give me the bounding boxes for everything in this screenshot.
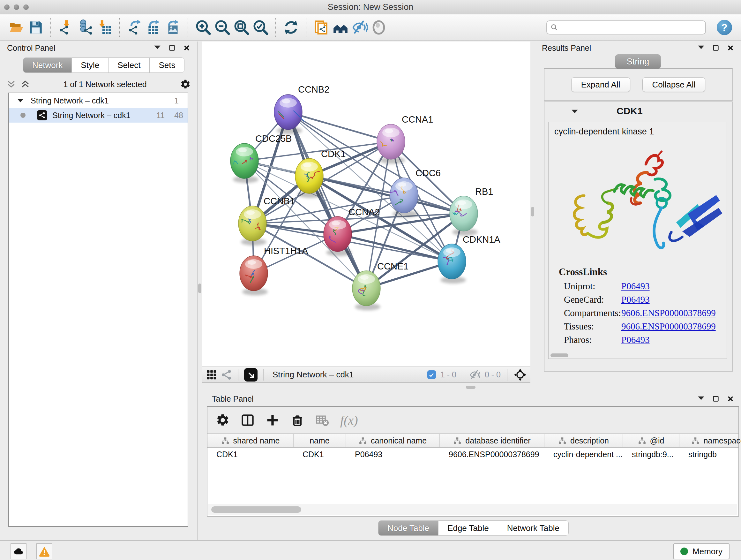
string-home-button[interactable] bbox=[331, 18, 350, 37]
node-CCNE1[interactable] bbox=[352, 271, 381, 310]
node-CCNB1[interactable] bbox=[239, 206, 266, 246]
tab-select[interactable]: Select bbox=[109, 57, 150, 73]
crosslink-link[interactable]: P06493 bbox=[621, 294, 650, 305]
tab-network-table[interactable]: Network Table bbox=[498, 520, 569, 536]
grid-icon[interactable] bbox=[206, 369, 217, 380]
import-network-database-button[interactable] bbox=[76, 18, 95, 37]
warning-button[interactable] bbox=[37, 543, 52, 559]
node-RB1[interactable] bbox=[450, 196, 478, 236]
gene-section-header[interactable]: CDK1 bbox=[544, 102, 732, 120]
zoom-fit-button[interactable] bbox=[232, 18, 251, 37]
collapse-all-button[interactable]: Collapse All bbox=[643, 77, 705, 92]
network-options-gear-icon[interactable] bbox=[180, 79, 191, 90]
crosslink-link[interactable]: P06493 bbox=[621, 281, 650, 292]
table-cell[interactable]: cyclin-dependent ... bbox=[544, 450, 623, 459]
open-session-button[interactable] bbox=[7, 18, 26, 37]
column-header-description[interactable]: description bbox=[544, 434, 623, 447]
memory-button[interactable]: Memory bbox=[673, 543, 730, 559]
panel-menu-icon[interactable] bbox=[154, 44, 161, 51]
share-icon[interactable] bbox=[221, 369, 232, 381]
node-CDC25B[interactable] bbox=[230, 143, 259, 183]
panel-close-icon[interactable] bbox=[727, 395, 734, 402]
delete-table-icon[interactable] bbox=[315, 413, 329, 427]
expand-all-button[interactable]: Expand All bbox=[571, 77, 630, 92]
crosslink-link[interactable]: P06493 bbox=[621, 334, 650, 345]
collection-expander-icon[interactable] bbox=[17, 98, 23, 103]
cloud-button[interactable] bbox=[10, 543, 26, 559]
zoom-selected-button[interactable] bbox=[251, 18, 270, 37]
gear-icon[interactable] bbox=[216, 413, 230, 427]
results-hscroll-thumb[interactable] bbox=[550, 354, 568, 357]
document-share-button[interactable] bbox=[312, 18, 331, 37]
crosshair-icon[interactable] bbox=[514, 368, 527, 381]
table-cell[interactable]: CDK1 bbox=[293, 450, 346, 459]
table-cell[interactable]: stringdb:9... bbox=[623, 450, 679, 459]
table-hscroll-thumb[interactable] bbox=[211, 506, 301, 513]
column-header-id[interactable]: @id bbox=[623, 434, 679, 447]
add-row-icon[interactable] bbox=[266, 413, 280, 427]
tab-string[interactable]: String bbox=[615, 54, 661, 69]
table-cell[interactable]: CDK1 bbox=[207, 450, 293, 459]
tab-network[interactable]: Network bbox=[23, 57, 72, 73]
delete-row-icon[interactable] bbox=[290, 413, 305, 427]
edge-CCNB2-CCNE1[interactable] bbox=[288, 112, 366, 288]
export-table-button[interactable] bbox=[144, 18, 163, 37]
edge-CCNB2-CCNA1[interactable] bbox=[288, 112, 391, 142]
export-network-button[interactable] bbox=[125, 18, 144, 37]
tab-sets[interactable]: Sets bbox=[150, 57, 185, 73]
network-row[interactable]: String Network – cdk1 11 48 bbox=[9, 108, 188, 123]
column-header-canonical-name[interactable]: canonical name bbox=[346, 434, 440, 447]
zoom-out-button[interactable] bbox=[213, 18, 232, 37]
search-input[interactable] bbox=[546, 20, 706, 35]
column-header-name[interactable]: name bbox=[293, 434, 346, 447]
panel-menu-icon[interactable] bbox=[697, 44, 704, 51]
node-CDC6[interactable] bbox=[390, 178, 418, 217]
network-collection-row[interactable]: String Network – cdk1 1 bbox=[9, 93, 188, 108]
crosslink-link[interactable]: 9606.ENSP00000378699 bbox=[621, 321, 716, 332]
expand-all-icon[interactable] bbox=[20, 79, 30, 89]
show-glyphs-button[interactable] bbox=[369, 18, 388, 37]
tab-node-table[interactable]: Node Table bbox=[378, 520, 439, 536]
hide-glyphs-button[interactable] bbox=[350, 18, 369, 37]
tab-edge-table[interactable]: Edge Table bbox=[439, 520, 498, 536]
table-row[interactable]: CDK1CDK1P064939606.ENSP00000378699cyclin… bbox=[207, 448, 738, 461]
gene-expander-icon[interactable] bbox=[571, 109, 578, 114]
crosslink-link[interactable]: 9606.ENSP00000378699 bbox=[621, 308, 716, 318]
export-image-button[interactable] bbox=[163, 18, 183, 37]
hidden-eye-icon[interactable] bbox=[469, 369, 480, 380]
column-header-namespace[interactable]: namespace bbox=[679, 434, 741, 447]
bottom-splitter-handle[interactable] bbox=[466, 386, 475, 389]
columns-icon[interactable] bbox=[241, 413, 255, 427]
panel-float-icon[interactable] bbox=[712, 395, 719, 402]
node-CCNB2[interactable] bbox=[274, 95, 304, 134]
node-CDKN1A[interactable] bbox=[438, 244, 466, 284]
help-button[interactable]: ? bbox=[717, 20, 732, 35]
node-CCNA2[interactable] bbox=[324, 216, 352, 256]
node-HIST1H1A[interactable] bbox=[240, 256, 268, 295]
table-hscrollbar[interactable] bbox=[208, 504, 737, 515]
refresh-button[interactable] bbox=[281, 18, 300, 37]
column-header-shared-name[interactable]: shared name bbox=[207, 434, 293, 447]
column-header-database-identifier[interactable]: database identifier bbox=[440, 434, 544, 447]
left-splitter-handle[interactable] bbox=[198, 284, 201, 293]
table-cell[interactable]: stringdb bbox=[679, 450, 741, 459]
panel-close-icon[interactable] bbox=[183, 44, 190, 51]
panel-close-icon[interactable] bbox=[727, 44, 734, 51]
birdseye-button[interactable] bbox=[244, 368, 258, 381]
save-session-button[interactable] bbox=[26, 18, 45, 37]
edge-CDK1-RB1[interactable] bbox=[309, 176, 464, 213]
table-cell[interactable]: P06493 bbox=[346, 450, 440, 459]
panel-float-icon[interactable] bbox=[712, 44, 719, 51]
collapse-all-icon[interactable] bbox=[6, 79, 16, 89]
table-cell[interactable]: 9606.ENSP00000378699 bbox=[440, 450, 544, 459]
selected-checkbox[interactable] bbox=[427, 370, 436, 379]
zoom-in-button[interactable] bbox=[194, 18, 213, 37]
right-splitter-handle[interactable] bbox=[531, 207, 534, 216]
panel-menu-icon[interactable] bbox=[697, 395, 704, 402]
panel-float-icon[interactable] bbox=[169, 44, 176, 51]
import-network-button[interactable] bbox=[57, 18, 76, 37]
network-canvas[interactable]: CCNB2CCNA1CDC25BCDK1CDC6RB1CCNB1CCNA2CDK… bbox=[202, 42, 530, 367]
tab-style[interactable]: Style bbox=[72, 57, 109, 73]
network-graph[interactable]: CCNB2CCNA1CDC25BCDK1CDC6RB1CCNB1CCNA2CDK… bbox=[202, 42, 530, 367]
import-table-button[interactable] bbox=[95, 18, 114, 37]
